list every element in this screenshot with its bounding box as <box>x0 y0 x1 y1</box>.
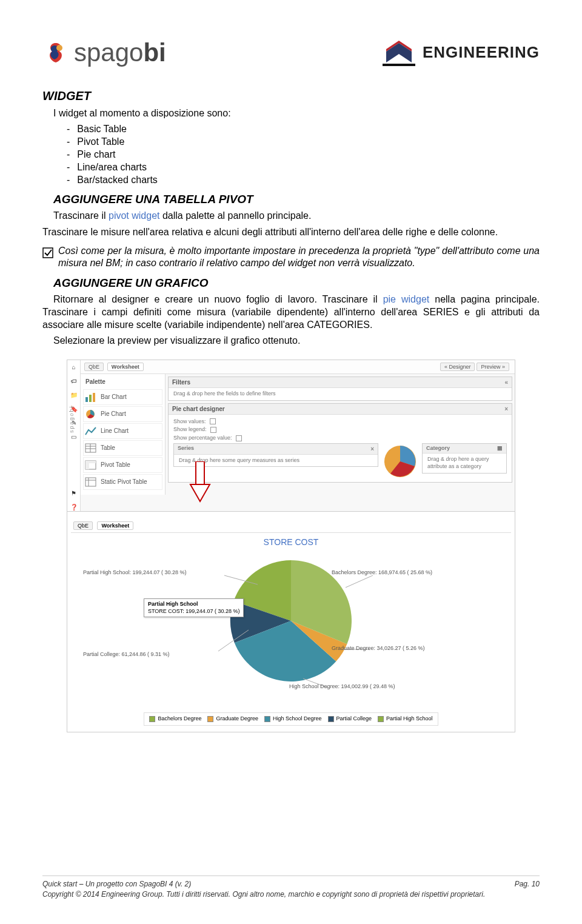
palette-panel: Palette Bar Chart Pie Chart <box>81 374 166 495</box>
pie-designer-title: Pie chart designer <box>172 405 225 413</box>
chart-paragraph-2: Selezionare la preview per visualizzare … <box>53 335 540 347</box>
category-hint[interactable]: Drag & drop here a query attribute as a … <box>423 454 506 472</box>
logo-text-light: spago <box>74 36 143 70</box>
vertical-brand: spagobi <box>69 406 76 434</box>
close-icon[interactable]: × <box>370 445 374 453</box>
checkbox-icon <box>42 247 53 258</box>
callout-partialhs: Partial High School: 199,244.07 ( 30.28 … <box>83 569 187 577</box>
folder-icon[interactable]: 📁 <box>70 390 78 399</box>
callout-highschool: High School Degree: 194,002.99 ( 29.48 %… <box>289 683 395 691</box>
svg-rect-4 <box>43 248 53 258</box>
pivot-paragraph-2: Trascinare le misure nell'area relativa … <box>42 226 540 239</box>
svg-rect-7 <box>93 393 95 402</box>
svg-rect-3 <box>383 64 415 66</box>
logo-text-bold: bi <box>143 36 166 70</box>
svg-rect-20 <box>196 461 204 484</box>
filters-title: Filters <box>172 378 190 386</box>
list-item: Pie chart <box>67 149 540 161</box>
svg-line-26 <box>346 575 373 588</box>
designer-tabs: QbE Worksheet « DesignerPreview » <box>81 360 515 374</box>
collapse-icon[interactable]: « <box>504 378 508 386</box>
footer-copyright: Copyright © 2014 Engineering Group. Tutt… <box>42 890 540 900</box>
opt-show-pct: Show percentage value: <box>173 435 232 442</box>
engineering-icon <box>380 38 418 67</box>
footer-page-num: Pag. 10 <box>515 880 540 889</box>
tag-icon[interactable]: 🏷 <box>70 377 78 385</box>
checkbox-values[interactable] <box>210 418 216 424</box>
legend-item: Partial College <box>328 715 372 723</box>
tab-worksheet-2[interactable]: Worksheet <box>97 521 133 530</box>
heading-widget: WIDGET <box>42 88 540 104</box>
opt-show-legend: Show legend: <box>173 426 207 434</box>
chart-title: STORE COST <box>71 537 511 547</box>
list-item: Basic Table <box>67 123 540 136</box>
palette-item-table[interactable]: Table <box>83 440 162 456</box>
grid-icon[interactable]: ▦ <box>497 445 503 452</box>
footer-doc-title: Quick start – Un progetto con SpagoBI 4 … <box>42 880 191 889</box>
list-item: Line/area charts <box>67 161 540 174</box>
palette-item-line[interactable]: Line Chart <box>83 423 162 439</box>
btn-preview[interactable]: Preview » <box>477 363 509 371</box>
svg-marker-21 <box>190 484 210 501</box>
tab-qbe-2[interactable]: QbE <box>73 521 93 530</box>
heading-add-chart: AGGIUNGERE UN GRAFICO <box>53 276 540 291</box>
pie-chart: Partial High School: 199,244.07 ( 30.28 … <box>71 551 511 709</box>
callout-graduate: Graduate Degree: 34,026.27 ( 5.26 %) <box>332 645 425 652</box>
tab-worksheet[interactable]: Worksheet <box>107 363 144 371</box>
palette-header: Palette <box>83 378 162 386</box>
engineering-text: ENGINEERING <box>423 42 540 63</box>
series-title: Series <box>178 445 194 452</box>
svg-marker-2 <box>386 43 412 62</box>
category-title: Category <box>426 445 450 452</box>
palette-item-pie[interactable]: Pie Chart <box>83 406 162 422</box>
palette-item-static-pivot[interactable]: Static Pivot Table <box>83 474 162 490</box>
window-icon[interactable]: ▭ <box>70 432 78 441</box>
palette-item-bar[interactable]: Bar Chart <box>83 389 162 405</box>
widget-intro: I widget al momento a disposizione sono: <box>53 107 540 120</box>
designer-sidebar: ⌂ 🏷 📁 🔖 ✎ ▭ spagobi ⚑ ❓ <box>67 360 81 511</box>
palette-item-pivot[interactable]: Pivot Table <box>83 457 162 473</box>
link-pivot-widget[interactable]: pivot widget <box>109 210 160 221</box>
spagobi-icon <box>42 39 69 66</box>
legend-item: Graduate Degree <box>207 715 258 723</box>
btn-designer[interactable]: « Designer <box>440 363 475 371</box>
logo-spagobi: spagobi <box>42 36 166 70</box>
link-pie-widget[interactable]: pie widget <box>383 294 430 304</box>
flag-icon[interactable]: ⚑ <box>70 489 78 497</box>
red-arrow-icon <box>188 461 212 504</box>
page-footer: Quick start – Un progetto con SpagoBI 4 … <box>42 875 540 900</box>
chart-preview-panel: QbE Worksheet STORE COST <box>67 511 515 732</box>
filters-hint[interactable]: Drag & drop here the fields to define fi… <box>169 388 512 400</box>
help-icon[interactable]: ❓ <box>70 503 78 511</box>
svg-point-0 <box>56 45 62 51</box>
svg-rect-6 <box>89 395 92 402</box>
legend-item: High School Degree <box>264 715 322 723</box>
home-icon[interactable]: ⌂ <box>70 363 78 371</box>
svg-rect-15 <box>85 461 96 463</box>
filters-section: Filters« Drag & drop here the fields to … <box>168 377 512 401</box>
designer-panel: ⌂ 🏷 📁 🔖 ✎ ▭ spagobi ⚑ ❓ QbE Worksheet <box>67 360 515 512</box>
pie-designer-section: Pie chart designer× Show values: Show le… <box>168 403 512 483</box>
legend-item: Bachelors Degree <box>149 715 201 723</box>
svg-rect-16 <box>85 478 96 486</box>
note-text: Così come per la misura, è molto importa… <box>58 245 540 270</box>
note-box: Così come per la misura, è molto importa… <box>42 245 540 270</box>
widget-list: Basic Table Pivot Table Pie chart Line/a… <box>67 123 540 186</box>
pivot-paragraph-1: Trascinare il pivot widget dalla palette… <box>53 210 540 223</box>
checkbox-legend[interactable] <box>210 427 216 433</box>
close-icon[interactable]: × <box>504 405 508 413</box>
list-item: Bar/stacked charts <box>67 174 540 187</box>
callout-bachelors: Bachelors Degree: 168,974.65 ( 25.68 %) <box>332 569 432 577</box>
callout-partialcollege: Partial College: 61,244.86 ( 9.31 %) <box>83 651 170 658</box>
opt-show-values: Show values: <box>173 418 206 426</box>
tab-qbe[interactable]: QbE <box>84 363 104 371</box>
pie-preview-icon <box>382 443 418 480</box>
logo-engineering: ENGINEERING <box>380 38 540 67</box>
design-area: Filters« Drag & drop here the fields to … <box>166 374 515 495</box>
header-logos: spagobi ENGINEERING <box>42 36 540 70</box>
list-item: Pivot Table <box>67 136 540 149</box>
heading-add-pivot: AGGIUNGERE UNA TABELLA PIVOT <box>53 192 540 207</box>
chart-paragraph-1: Ritornare al designer e creare un nuovo … <box>42 293 540 331</box>
checkbox-pct[interactable] <box>236 435 242 441</box>
svg-rect-5 <box>85 397 88 402</box>
